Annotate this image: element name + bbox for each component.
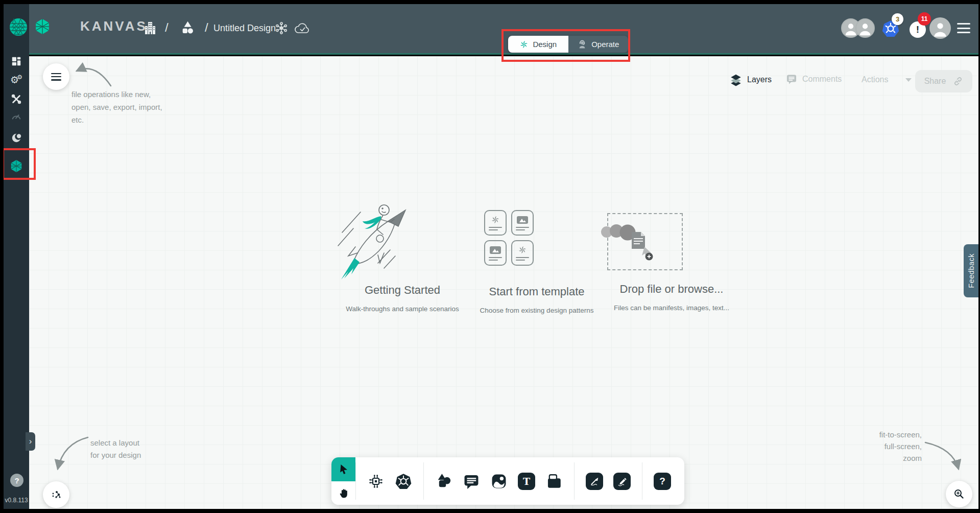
annotation-file-operations: file operations like new, open, save, ex…: [71, 88, 162, 126]
screen-frame: [0, 0, 980, 4]
template-tile-image: [484, 240, 507, 266]
dashboard-icon[interactable]: [10, 55, 22, 67]
dropzone-illustration: [607, 213, 683, 270]
extensions-icon[interactable]: [10, 132, 22, 144]
organization-icon[interactable]: [144, 20, 157, 36]
shapes-tool[interactable]: [435, 473, 452, 490]
feedback-tab[interactable]: Feedback: [964, 244, 978, 297]
meshery-logo: [9, 17, 28, 37]
zoom-button[interactable]: [946, 481, 972, 507]
shapes-icon: [435, 473, 452, 490]
breadcrumb-separator: /: [165, 20, 169, 35]
hand-icon: [338, 487, 349, 499]
design-canvas[interactable]: file operations like new, open, save, ex…: [29, 56, 978, 509]
canvas-toolbar: T: [331, 457, 684, 505]
getting-started-rocket-illustration[interactable]: [331, 203, 418, 281]
pan-tool[interactable]: [331, 481, 355, 505]
kanvas-logo-icon: [35, 18, 50, 35]
share-label: Share: [924, 77, 946, 86]
tab-design-label: Design: [533, 40, 557, 49]
annotation-zoom-controls: fit-to-screen, full-screen, zoom: [879, 429, 922, 464]
help-tool[interactable]: ?: [654, 473, 671, 490]
lifecycle-gears-icon[interactable]: ⚙ ⚙: [10, 74, 22, 86]
layout-graph-icon: [51, 489, 62, 500]
template-tile-spiral: [484, 210, 507, 236]
image-icon: [490, 473, 508, 490]
cursor-tool-column: [331, 457, 355, 505]
operate-headset-icon: [577, 39, 587, 50]
drop-file-subtitle: Files can be manifests, images, text...: [566, 304, 777, 312]
node-shape-icon: [545, 473, 563, 490]
template-tile-image: [511, 210, 534, 236]
version-label: v0.8.113: [4, 497, 29, 504]
design-name[interactable]: Untitled Design: [213, 23, 276, 34]
link-icon: [953, 76, 963, 86]
breadcrumb-separator: /: [205, 20, 208, 35]
components-tool[interactable]: [367, 473, 385, 490]
layout-button[interactable]: [43, 481, 69, 508]
comment-icon: [463, 473, 480, 490]
configuration-tools-icon[interactable]: [10, 93, 22, 105]
pen-tool[interactable]: [586, 473, 603, 490]
designs-icon[interactable]: [180, 20, 195, 35]
kubernetes-context-icon[interactable]: 3: [881, 19, 902, 40]
kubernetes-context-badge: 3: [892, 13, 903, 25]
comments-button[interactable]: Comments: [785, 73, 842, 85]
menu-icon[interactable]: [957, 23, 970, 33]
file-menu-button[interactable]: [43, 63, 69, 90]
layers-button[interactable]: Layers: [729, 73, 772, 86]
notification-badge: 11: [918, 12, 931, 26]
performance-gauge-icon[interactable]: [10, 110, 22, 123]
drop-file-title[interactable]: Drop file or browse...: [576, 283, 767, 296]
comments-label: Comments: [802, 75, 842, 84]
kubernetes-tool[interactable]: [395, 473, 412, 490]
hamburger-icon: [51, 73, 61, 81]
chip-icon: [368, 473, 384, 489]
text-tool-glyph: T: [523, 476, 530, 487]
template-tile-spiral: [511, 240, 534, 266]
share-button[interactable]: Share: [915, 70, 972, 92]
select-tool[interactable]: [331, 457, 355, 481]
image-tool[interactable]: [490, 473, 508, 490]
help-tool-glyph: ?: [659, 476, 665, 487]
cloud-saved-icon[interactable]: [294, 22, 310, 35]
alert-icon[interactable]: ! 11: [910, 21, 926, 38]
app-header: KANVAS / / Untitled Design: [29, 4, 978, 55]
layers-icon: [729, 73, 743, 86]
tab-design[interactable]: Design: [508, 36, 568, 53]
pencil-tool[interactable]: [613, 473, 631, 490]
feedback-label: Feedback: [967, 253, 975, 288]
screen-frame: [0, 509, 980, 513]
mode-toggle: Design Operate: [508, 36, 628, 53]
chevron-down-icon: [905, 77, 912, 82]
kanvas-hexagon-icon[interactable]: [10, 160, 22, 172]
help-icon[interactable]: ?: [10, 474, 23, 487]
pen-icon: [589, 476, 600, 487]
sidebar-expand-chevron[interactable]: ›: [26, 432, 35, 451]
kubernetes-wheel-icon: [395, 473, 412, 490]
actions-dropdown[interactable]: Actions: [862, 75, 912, 84]
comment-tool[interactable]: [463, 473, 480, 490]
comments-icon: [785, 73, 798, 85]
cursor-icon: [338, 463, 350, 475]
pencil-icon: [616, 476, 628, 487]
actions-label: Actions: [862, 75, 888, 84]
node-tool[interactable]: [545, 473, 563, 490]
profile-avatar[interactable]: [929, 17, 951, 39]
validate-icon[interactable]: [275, 21, 288, 35]
screen-frame: [0, 0, 4, 513]
layers-label: Layers: [747, 75, 772, 84]
template-tiles[interactable]: [484, 210, 534, 266]
collaborator-avatar[interactable]: [855, 18, 875, 38]
annotation-select-layout: select a layout for your design: [90, 437, 141, 461]
text-tool[interactable]: T: [518, 473, 535, 490]
tab-operate-label: Operate: [591, 40, 619, 49]
design-spiral-icon: [519, 40, 529, 49]
tab-operate[interactable]: Operate: [568, 36, 629, 53]
zoom-in-icon: [953, 488, 965, 500]
kanvas-wordmark: KANVAS: [80, 18, 148, 34]
